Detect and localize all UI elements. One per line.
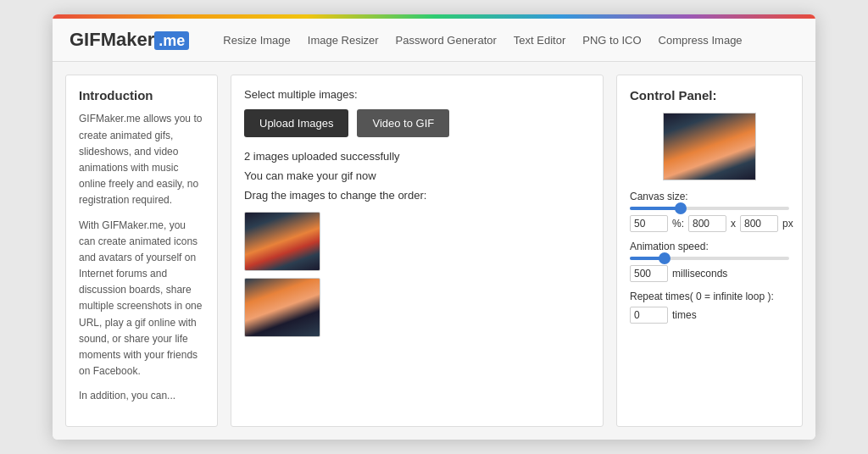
nav-links: Resize Image Image Resizer Password Gene… [223,34,742,47]
animation-unit-label: milliseconds [672,268,727,280]
logo-badge: .me [154,31,189,50]
canvas-slider-thumb[interactable] [675,202,687,214]
control-panel-title: Control Panel: [630,88,789,102]
nav-text-editor[interactable]: Text Editor [514,34,565,47]
animation-speed-label: Animation speed: [630,241,789,252]
nav-resize-image[interactable]: Resize Image [223,34,290,47]
canvas-width-input[interactable] [688,215,726,232]
logo[interactable]: GIFMaker.me [70,29,189,51]
intro-paragraph-2: With GIFMaker.me, you can create animate… [79,218,204,380]
center-panel: Select multiple images: Upload Images Vi… [231,75,604,426]
select-images-label: Select multiple images: [244,88,590,101]
repeat-input-row: times [630,307,789,324]
repeat-times-label: Repeat times( 0 = infinite loop ): [630,291,789,302]
browser-window: GIFMaker.me Resize Image Image Resizer P… [53,14,815,439]
canvas-input-row: %: x px [630,215,789,232]
animation-input-row: milliseconds [630,265,789,282]
animation-speed-input[interactable] [630,265,668,282]
right-panel: Control Panel: Canvas size: %: x px Anim… [616,75,803,426]
intro-paragraph-1: GIFMaker.me allows you to create animate… [79,111,204,208]
nav-bar: GIFMaker.me Resize Image Image Resizer P… [53,19,815,62]
nav-password-generator[interactable]: Password Generator [396,34,497,47]
canvas-percent-symbol: %: [672,218,684,230]
intro-paragraph-3: In addition, you can... [79,388,204,404]
thumbnail-1[interactable] [244,212,320,271]
drag-order-text: Drag the images to change the order: [244,189,590,202]
main-content: Introduction GIFMaker.me allows you to c… [53,62,815,439]
canvas-percent-input[interactable] [630,215,668,232]
canvas-x-label: x [731,218,736,230]
upload-images-button[interactable]: Upload Images [244,109,348,137]
nav-png-to-ico[interactable]: PNG to ICO [582,34,641,47]
canvas-slider-fill [630,207,677,210]
animation-slider-thumb[interactable] [659,252,670,264]
preview-image [663,113,756,180]
animation-slider-fill [630,257,662,260]
canvas-size-label: Canvas size: [630,191,789,202]
button-row: Upload Images Video to GIF [244,109,590,137]
repeat-times-input[interactable] [630,307,668,324]
animation-slider-track[interactable] [630,257,789,260]
nav-compress-image[interactable]: Compress Image [659,34,743,47]
left-panel: Introduction GIFMaker.me allows you to c… [65,75,218,426]
image-thumbnails [244,212,590,337]
canvas-slider-track[interactable] [630,207,789,210]
canvas-unit-label: px [782,218,793,230]
video-to-gif-button[interactable]: Video to GIF [357,109,449,137]
logo-text: GIFMaker [70,29,154,50]
thumbnail-2[interactable] [244,278,320,337]
repeat-unit-label: times [672,309,697,321]
intro-heading: Introduction [79,88,204,102]
canvas-height-input[interactable] [740,215,778,232]
nav-image-resizer[interactable]: Image Resizer [308,34,379,47]
upload-success-text: 2 images uploaded successfully [244,150,590,163]
make-gif-text: You can make your gif now [244,169,590,182]
